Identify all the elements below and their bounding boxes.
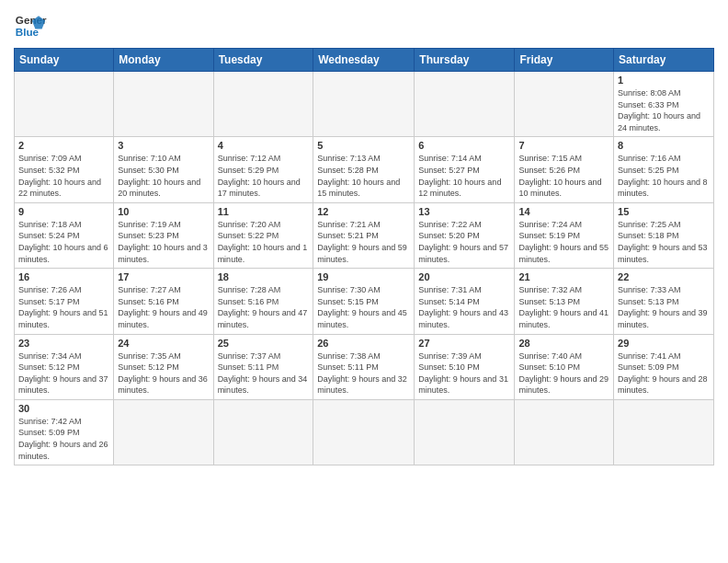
calendar-cell: 3Sunrise: 7:10 AM Sunset: 5:30 PM Daylig… <box>114 137 213 202</box>
calendar-cell: 24Sunrise: 7:35 AM Sunset: 5:12 PM Dayli… <box>114 334 213 399</box>
calendar-cell: 22Sunrise: 7:33 AM Sunset: 5:13 PM Dayli… <box>614 269 714 334</box>
day-number: 17 <box>118 271 209 282</box>
calendar-cell: 16Sunrise: 7:26 AM Sunset: 5:17 PM Dayli… <box>15 269 114 334</box>
day-info: Sunrise: 7:37 AM Sunset: 5:11 PM Dayligh… <box>218 350 310 396</box>
calendar-week-row: 1Sunrise: 8:08 AM Sunset: 6:33 PM Daylig… <box>15 72 714 137</box>
calendar-cell <box>15 72 114 137</box>
day-number: 30 <box>18 403 109 414</box>
calendar-week-row: 16Sunrise: 7:26 AM Sunset: 5:17 PM Dayli… <box>15 269 714 334</box>
calendar-cell: 26Sunrise: 7:38 AM Sunset: 5:11 PM Dayli… <box>313 334 415 399</box>
col-header-wednesday: Wednesday <box>313 49 415 72</box>
day-number: 28 <box>518 338 609 349</box>
calendar-cell <box>313 72 415 137</box>
calendar-header-row: SundayMondayTuesdayWednesdayThursdayFrid… <box>15 49 714 72</box>
calendar-cell: 4Sunrise: 7:12 AM Sunset: 5:29 PM Daylig… <box>213 137 313 202</box>
day-number: 19 <box>317 271 410 282</box>
day-info: Sunrise: 7:25 AM Sunset: 5:18 PM Dayligh… <box>618 219 710 265</box>
day-info: Sunrise: 7:12 AM Sunset: 5:29 PM Dayligh… <box>218 153 310 199</box>
day-number: 15 <box>618 206 710 217</box>
day-number: 29 <box>618 338 710 349</box>
day-info: Sunrise: 7:39 AM Sunset: 5:10 PM Dayligh… <box>418 350 510 396</box>
day-number: 6 <box>418 140 510 151</box>
day-info: Sunrise: 7:40 AM Sunset: 5:10 PM Dayligh… <box>518 350 609 396</box>
calendar-cell: 11Sunrise: 7:20 AM Sunset: 5:22 PM Dayli… <box>213 202 313 268</box>
day-number: 2 <box>18 140 109 151</box>
calendar-cell <box>614 399 714 465</box>
day-info: Sunrise: 7:26 AM Sunset: 5:17 PM Dayligh… <box>18 284 109 330</box>
calendar-cell: 18Sunrise: 7:28 AM Sunset: 5:16 PM Dayli… <box>213 269 313 334</box>
col-header-saturday: Saturday <box>614 49 714 72</box>
calendar-cell: 10Sunrise: 7:19 AM Sunset: 5:23 PM Dayli… <box>114 202 213 268</box>
col-header-sunday: Sunday <box>15 49 114 72</box>
calendar-cell <box>213 72 313 137</box>
day-number: 26 <box>317 338 410 349</box>
day-number: 12 <box>317 206 410 217</box>
day-info: Sunrise: 7:21 AM Sunset: 5:21 PM Dayligh… <box>317 219 410 265</box>
day-number: 18 <box>218 271 310 282</box>
calendar-cell: 2Sunrise: 7:09 AM Sunset: 5:32 PM Daylig… <box>15 137 114 202</box>
day-number: 7 <box>518 140 609 151</box>
header: General Blue <box>14 9 714 42</box>
day-info: Sunrise: 7:42 AM Sunset: 5:09 PM Dayligh… <box>18 416 109 462</box>
calendar-cell: 27Sunrise: 7:39 AM Sunset: 5:10 PM Dayli… <box>415 334 515 399</box>
col-header-monday: Monday <box>114 49 213 72</box>
calendar-cell: 7Sunrise: 7:15 AM Sunset: 5:26 PM Daylig… <box>515 137 614 202</box>
calendar-cell: 21Sunrise: 7:32 AM Sunset: 5:13 PM Dayli… <box>515 269 614 334</box>
page: General Blue SundayMondayTuesdayWednesda… <box>0 0 728 563</box>
day-info: Sunrise: 7:32 AM Sunset: 5:13 PM Dayligh… <box>518 284 609 330</box>
day-number: 4 <box>218 140 310 151</box>
day-info: Sunrise: 7:22 AM Sunset: 5:20 PM Dayligh… <box>418 219 510 265</box>
day-info: Sunrise: 7:38 AM Sunset: 5:11 PM Dayligh… <box>317 350 410 396</box>
day-info: Sunrise: 7:35 AM Sunset: 5:12 PM Dayligh… <box>118 350 209 396</box>
day-info: Sunrise: 7:24 AM Sunset: 5:19 PM Dayligh… <box>518 219 609 265</box>
day-info: Sunrise: 7:14 AM Sunset: 5:27 PM Dayligh… <box>418 153 510 199</box>
day-number: 23 <box>18 338 109 349</box>
calendar-table: SundayMondayTuesdayWednesdayThursdayFrid… <box>14 48 714 465</box>
day-info: Sunrise: 7:19 AM Sunset: 5:23 PM Dayligh… <box>118 219 209 265</box>
day-info: Sunrise: 8:08 AM Sunset: 6:33 PM Dayligh… <box>618 87 710 133</box>
calendar-week-row: 9Sunrise: 7:18 AM Sunset: 5:24 PM Daylig… <box>15 202 714 268</box>
day-number: 22 <box>618 271 710 282</box>
calendar-cell: 5Sunrise: 7:13 AM Sunset: 5:28 PM Daylig… <box>313 137 415 202</box>
day-number: 9 <box>18 206 109 217</box>
day-info: Sunrise: 7:27 AM Sunset: 5:16 PM Dayligh… <box>118 284 209 330</box>
calendar-cell: 30Sunrise: 7:42 AM Sunset: 5:09 PM Dayli… <box>15 399 114 465</box>
day-number: 8 <box>618 140 710 151</box>
day-info: Sunrise: 7:33 AM Sunset: 5:13 PM Dayligh… <box>618 284 710 330</box>
calendar-week-row: 23Sunrise: 7:34 AM Sunset: 5:12 PM Dayli… <box>15 334 714 399</box>
day-number: 14 <box>518 206 609 217</box>
day-number: 25 <box>218 338 310 349</box>
day-number: 27 <box>418 338 510 349</box>
day-number: 13 <box>418 206 510 217</box>
day-info: Sunrise: 7:09 AM Sunset: 5:32 PM Dayligh… <box>18 153 109 199</box>
logo-icon: General Blue <box>14 9 47 42</box>
calendar-week-row: 2Sunrise: 7:09 AM Sunset: 5:32 PM Daylig… <box>15 137 714 202</box>
calendar-cell: 1Sunrise: 8:08 AM Sunset: 6:33 PM Daylig… <box>614 72 714 137</box>
calendar-cell <box>415 399 515 465</box>
calendar-week-row: 30Sunrise: 7:42 AM Sunset: 5:09 PM Dayli… <box>15 399 714 465</box>
day-info: Sunrise: 7:10 AM Sunset: 5:30 PM Dayligh… <box>118 153 209 199</box>
day-info: Sunrise: 7:31 AM Sunset: 5:14 PM Dayligh… <box>418 284 510 330</box>
day-number: 10 <box>118 206 209 217</box>
col-header-friday: Friday <box>515 49 614 72</box>
day-info: Sunrise: 7:18 AM Sunset: 5:24 PM Dayligh… <box>18 219 109 265</box>
calendar-cell: 14Sunrise: 7:24 AM Sunset: 5:19 PM Dayli… <box>515 202 614 268</box>
calendar-cell: 9Sunrise: 7:18 AM Sunset: 5:24 PM Daylig… <box>15 202 114 268</box>
calendar-cell <box>515 72 614 137</box>
calendar-cell: 8Sunrise: 7:16 AM Sunset: 5:25 PM Daylig… <box>614 137 714 202</box>
day-number: 16 <box>18 271 109 282</box>
day-info: Sunrise: 7:28 AM Sunset: 5:16 PM Dayligh… <box>218 284 310 330</box>
day-number: 5 <box>317 140 410 151</box>
calendar-cell: 15Sunrise: 7:25 AM Sunset: 5:18 PM Dayli… <box>614 202 714 268</box>
calendar-cell: 6Sunrise: 7:14 AM Sunset: 5:27 PM Daylig… <box>415 137 515 202</box>
day-number: 21 <box>518 271 609 282</box>
calendar-cell <box>515 399 614 465</box>
day-number: 1 <box>618 75 710 86</box>
calendar-cell <box>213 399 313 465</box>
day-info: Sunrise: 7:13 AM Sunset: 5:28 PM Dayligh… <box>317 153 410 199</box>
calendar-cell: 28Sunrise: 7:40 AM Sunset: 5:10 PM Dayli… <box>515 334 614 399</box>
calendar-cell: 19Sunrise: 7:30 AM Sunset: 5:15 PM Dayli… <box>313 269 415 334</box>
calendar-cell: 29Sunrise: 7:41 AM Sunset: 5:09 PM Dayli… <box>614 334 714 399</box>
calendar-cell: 23Sunrise: 7:34 AM Sunset: 5:12 PM Dayli… <box>15 334 114 399</box>
calendar-cell: 12Sunrise: 7:21 AM Sunset: 5:21 PM Dayli… <box>313 202 415 268</box>
